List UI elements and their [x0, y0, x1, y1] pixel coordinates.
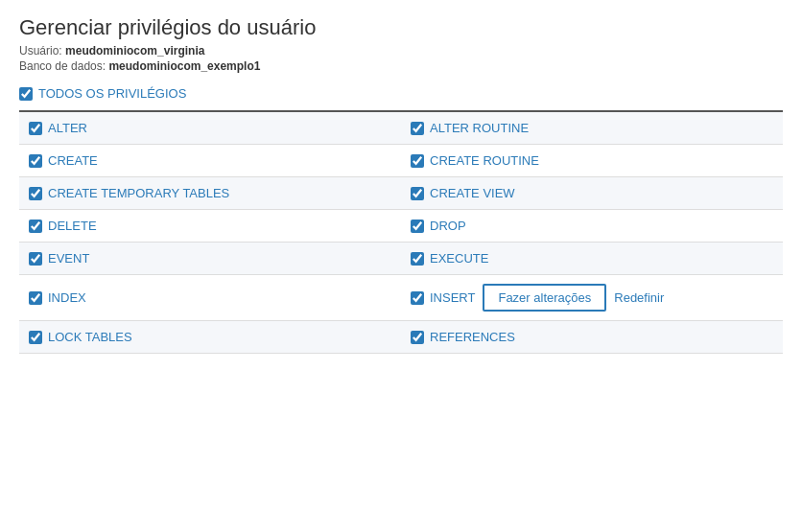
priv-checkbox-right-0[interactable] [411, 122, 424, 135]
priv-text-left-0: ALTER [48, 121, 87, 135]
priv-text-right-6: REFERENCES [430, 330, 515, 344]
table-row: INDEX INSERT Fazer alterações Redefinir [19, 275, 783, 321]
priv-checkbox-right-2[interactable] [411, 187, 424, 200]
priv-checkbox-left-6[interactable] [29, 331, 42, 344]
priv-label-left-3[interactable]: DELETE [29, 219, 391, 233]
redefinir-button[interactable]: Redefinir [614, 290, 664, 305]
priv-checkbox-right-5[interactable] [411, 291, 424, 305]
priv-text-left-1: CREATE [48, 153, 98, 168]
priv-checkbox-left-0[interactable] [29, 122, 42, 135]
priv-label-right-2[interactable]: CREATE VIEW [411, 186, 773, 200]
priv-text-left-3: DELETE [48, 219, 97, 233]
fazer-alteracoes-button[interactable]: Fazer alterações [483, 284, 606, 312]
priv-checkbox-left-4[interactable] [29, 252, 42, 266]
priv-label-right-3[interactable]: DROP [411, 219, 773, 233]
banco-meta: Banco de dados: meudominiocom_exemplo1 [19, 59, 783, 73]
priv-checkbox-left-5[interactable] [29, 291, 42, 305]
priv-label-left-4[interactable]: EVENT [29, 251, 391, 266]
priv-text-left-5: INDEX [48, 290, 86, 305]
table-row: EVENT EXECUTE [19, 243, 783, 275]
table-row: ALTER ALTER ROUTINE [19, 112, 783, 145]
priv-text-right-1: CREATE ROUTINE [430, 153, 539, 168]
priv-text-right-0: ALTER ROUTINE [430, 121, 529, 135]
priv-label-left-6[interactable]: LOCK TABLES [29, 330, 391, 344]
table-row: LOCK TABLES REFERENCES [19, 321, 783, 354]
priv-label-right-5[interactable]: INSERT [411, 290, 475, 305]
todos-privilegios-label[interactable]: TODOS OS PRIVILÉGIOS [19, 86, 783, 101]
page-title: Gerenciar privilégios do usuário [19, 15, 783, 40]
priv-checkbox-left-2[interactable] [29, 187, 42, 200]
priv-checkbox-right-6[interactable] [411, 331, 424, 344]
last-row-right: INSERT Fazer alterações Redefinir [411, 284, 773, 312]
priv-label-right-4[interactable]: EXECUTE [411, 251, 773, 266]
todos-privilegios-section: TODOS OS PRIVILÉGIOS [19, 86, 783, 112]
priv-checkbox-right-1[interactable] [411, 154, 424, 168]
table-row: DELETE DROP [19, 210, 783, 243]
priv-text-left-6: LOCK TABLES [48, 330, 132, 344]
priv-text-left-4: EVENT [48, 251, 89, 266]
priv-checkbox-right-3[interactable] [411, 220, 424, 233]
priv-label-left-2[interactable]: CREATE TEMPORARY TABLES [29, 186, 391, 200]
priv-text-right-3: DROP [430, 219, 466, 233]
priv-label-left-0[interactable]: ALTER [29, 121, 391, 135]
priv-checkbox-left-3[interactable] [29, 220, 42, 233]
priv-text-right-5: INSERT [430, 290, 475, 305]
priv-label-right-1[interactable]: CREATE ROUTINE [411, 153, 773, 168]
table-row: CREATE TEMPORARY TABLES CREATE VIEW [19, 177, 783, 210]
priv-text-right-2: CREATE VIEW [430, 186, 515, 200]
table-row: CREATE CREATE ROUTINE [19, 145, 783, 177]
priv-text-right-4: EXECUTE [430, 251, 488, 266]
priv-label-right-6[interactable]: REFERENCES [411, 330, 773, 344]
todos-privilegios-checkbox[interactable] [19, 87, 33, 101]
priv-checkbox-right-4[interactable] [411, 252, 424, 266]
priv-text-left-2: CREATE TEMPORARY TABLES [48, 186, 229, 200]
privileges-table: ALTER ALTER ROUTINE CREATE CREATE ROUTIN… [19, 112, 783, 354]
priv-label-right-0[interactable]: ALTER ROUTINE [411, 121, 773, 135]
priv-label-left-1[interactable]: CREATE [29, 153, 391, 168]
usuario-meta: Usuário: meudominiocom_virginia [19, 44, 783, 58]
todos-privilegios-text: TODOS OS PRIVILÉGIOS [38, 86, 186, 101]
priv-checkbox-left-1[interactable] [29, 154, 42, 168]
priv-label-left-5[interactable]: INDEX [29, 290, 391, 305]
